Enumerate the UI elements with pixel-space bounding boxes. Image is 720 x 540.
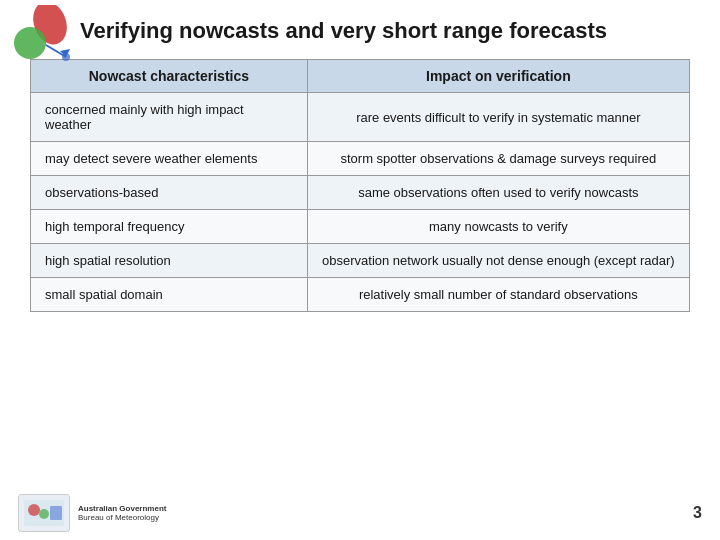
svg-point-4 bbox=[62, 53, 70, 61]
logo-line1: Australian Government bbox=[78, 504, 166, 513]
table-cell-impact-0: rare events difficult to verify in syste… bbox=[307, 93, 689, 142]
slide-footer: Australian Government Bureau of Meteorol… bbox=[0, 494, 720, 532]
logo-box bbox=[18, 494, 70, 532]
footer-logo-area: Australian Government Bureau of Meteorol… bbox=[18, 494, 166, 532]
verification-table: Nowcast characteristics Impact on verifi… bbox=[30, 59, 690, 312]
slide-header: Verifying nowcasts and very short range … bbox=[0, 0, 720, 54]
slide: Verifying nowcasts and very short range … bbox=[0, 0, 720, 540]
table-cell-nowcast-1: may detect severe weather elements bbox=[31, 142, 308, 176]
table-cell-nowcast-5: small spatial domain bbox=[31, 278, 308, 312]
logo-text-area: Australian Government Bureau of Meteorol… bbox=[78, 504, 166, 522]
page-number: 3 bbox=[693, 504, 702, 522]
slide-title: Verifying nowcasts and very short range … bbox=[80, 18, 607, 44]
svg-point-6 bbox=[28, 504, 40, 516]
table-row: high temporal frequencymany nowcasts to … bbox=[31, 210, 690, 244]
table-cell-nowcast-3: high temporal frequency bbox=[31, 210, 308, 244]
table-cell-nowcast-2: observations-based bbox=[31, 176, 308, 210]
col2-header: Impact on verification bbox=[307, 60, 689, 93]
table-row: concerned mainly with high impact weathe… bbox=[31, 93, 690, 142]
table-cell-nowcast-4: high spatial resolution bbox=[31, 244, 308, 278]
main-table-container: Nowcast characteristics Impact on verifi… bbox=[30, 59, 690, 312]
table-body: concerned mainly with high impact weathe… bbox=[31, 93, 690, 312]
decorative-circles bbox=[8, 5, 83, 70]
logo-line2: Bureau of Meteorology bbox=[78, 513, 166, 522]
table-cell-impact-4: observation network usually not dense en… bbox=[307, 244, 689, 278]
logo-svg bbox=[22, 498, 66, 528]
svg-point-7 bbox=[39, 509, 49, 519]
svg-point-1 bbox=[14, 27, 46, 59]
table-cell-impact-5: relatively small number of standard obse… bbox=[307, 278, 689, 312]
table-row: small spatial domainrelatively small num… bbox=[31, 278, 690, 312]
table-cell-impact-2: same observations often used to verify n… bbox=[307, 176, 689, 210]
table-row: high spatial resolutionobservation netwo… bbox=[31, 244, 690, 278]
svg-rect-8 bbox=[50, 506, 62, 520]
table-cell-impact-3: many nowcasts to verify bbox=[307, 210, 689, 244]
table-row: observations-basedsame observations ofte… bbox=[31, 176, 690, 210]
table-header-row: Nowcast characteristics Impact on verifi… bbox=[31, 60, 690, 93]
table-row: may detect severe weather elementsstorm … bbox=[31, 142, 690, 176]
table-cell-nowcast-0: concerned mainly with high impact weathe… bbox=[31, 93, 308, 142]
table-cell-impact-1: storm spotter observations & damage surv… bbox=[307, 142, 689, 176]
